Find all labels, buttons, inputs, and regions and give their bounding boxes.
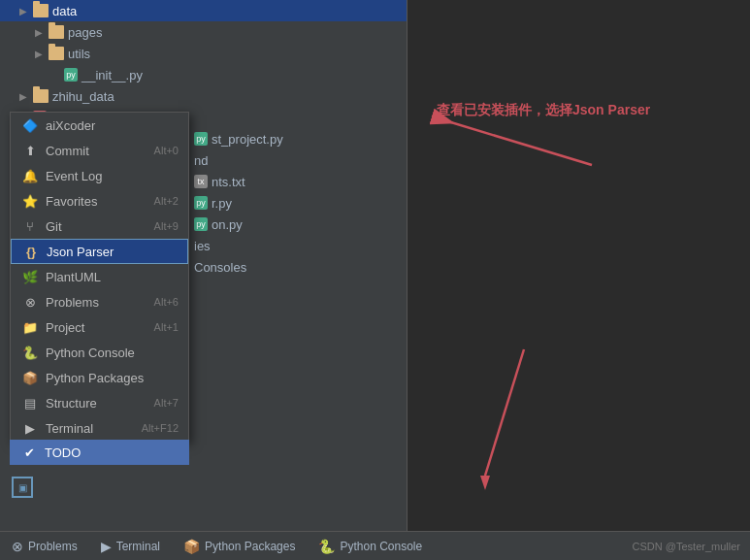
py-icon-init: py <box>64 68 78 82</box>
status-tab-python-packages[interactable]: 📦 Python Packages <box>172 532 307 560</box>
git-menu-icon: ⑂ <box>20 216 40 236</box>
menu-label-jsonparser: Json Parser <box>47 245 114 259</box>
python-console-icon: 🐍 <box>20 343 40 362</box>
favorites-icon: ⭐ <box>20 191 40 211</box>
tree-label-init: __init__.py <box>82 68 143 82</box>
tree-label-nd: nd <box>194 153 208 168</box>
menu-item-eventlog[interactable]: 🔔 Event Log <box>11 163 188 188</box>
annotation-arrows <box>408 0 750 531</box>
eventlog-icon: 🔔 <box>20 166 40 185</box>
folder-icon-pages <box>49 25 64 39</box>
tree-label-ies: ies <box>194 239 211 253</box>
tree-item-data[interactable]: ▶ data <box>0 0 407 21</box>
svg-marker-3 <box>480 476 490 490</box>
menu-item-terminal[interactable]: ▶ Terminal Alt+F12 <box>11 415 188 441</box>
git-shortcut: Alt+9 <box>154 220 179 232</box>
menu-label-git: Git <box>46 219 62 234</box>
tree-label-data: data <box>52 4 77 18</box>
menu-item-python-packages[interactable]: 📦 Python Packages <box>11 365 188 390</box>
tree-label-nts: nts.txt <box>212 175 245 189</box>
menu-label-commit: Commit <box>46 144 89 158</box>
project-shortcut: Alt+1 <box>154 321 179 333</box>
menu-label-favorites: Favorites <box>46 194 97 209</box>
todo-bar[interactable]: ✔ TODO <box>10 440 189 465</box>
menu-item-git[interactable]: ⑂ Git Alt+9 <box>11 214 188 239</box>
project-icon: 📁 <box>20 317 40 337</box>
structure-shortcut: Alt+7 <box>154 397 179 409</box>
terminal-tab-label: Terminal <box>116 540 160 553</box>
status-tab-python-console[interactable]: 🐍 Python Console <box>307 532 434 560</box>
tree-label-rpy: r.py <box>212 196 232 211</box>
menu-label-project: Project <box>46 320 84 335</box>
python-console-tab-label: Python Console <box>340 540 422 553</box>
terminal-icon: ▶ <box>20 418 40 438</box>
favorites-shortcut: Alt+2 <box>154 195 179 207</box>
expand-arrow: ▶ <box>19 6 31 16</box>
aixcoder-icon: 🔷 <box>20 115 40 135</box>
sidebar-icon: ▣ <box>18 482 27 493</box>
menu-item-project[interactable]: 📁 Project Alt+1 <box>11 314 188 340</box>
tree-item-pages[interactable]: ▶ pages <box>0 21 407 43</box>
menu-label-python-console: Python Console <box>46 346 135 360</box>
menu-item-python-console[interactable]: 🐍 Python Console <box>11 340 188 365</box>
menu-label-plantuml: PlantUML <box>46 270 101 284</box>
menu-item-commit[interactable]: ⬆ Commit Alt+0 <box>11 138 188 163</box>
terminal-shortcut: Alt+F12 <box>142 422 179 434</box>
py-icon-r: py <box>194 196 208 210</box>
menu-item-favorites[interactable]: ⭐ Favorites Alt+2 <box>11 188 188 214</box>
python-packages-tab-icon: 📦 <box>183 539 200 554</box>
menu-item-problems[interactable]: ⊗ Problems Alt+6 <box>11 289 188 314</box>
menu-label-eventlog: Event Log <box>46 169 103 183</box>
py-icon-on: py <box>194 217 208 231</box>
menu-label-problems: Problems <box>46 295 99 310</box>
menu-label-aixcoder: aiXcoder <box>46 118 95 133</box>
commit-shortcut: Alt+0 <box>154 145 179 156</box>
python-packages-tab-label: Python Packages <box>205 540 295 553</box>
annotation-text: 查看已安装插件，选择Json Parser <box>437 102 650 119</box>
main-content: 查看已安装插件，选择Json Parser <box>408 0 750 531</box>
svg-line-1 <box>432 116 592 165</box>
tree-label-zhihu: zhihu_data <box>52 89 114 104</box>
python-packages-icon: 📦 <box>20 368 40 387</box>
menu-item-aixcoder[interactable]: 🔷 aiXcoder <box>11 113 188 138</box>
expand-arrow-utils: ▶ <box>35 49 47 59</box>
file-tree: ▶ data ▶ pages ▶ utils ▶ py __init__.py … <box>0 0 408 531</box>
menu-label-structure: Structure <box>46 396 97 411</box>
expand-arrow-pages: ▶ <box>35 27 47 38</box>
expand-arrow-zhihu: ▶ <box>19 91 31 102</box>
svg-line-2 <box>485 349 524 476</box>
folder-icon-utils <box>49 47 64 60</box>
commit-icon: ⬆ <box>20 141 40 160</box>
problems-icon: ⊗ <box>20 292 40 312</box>
tree-label-pages: pages <box>68 25 102 40</box>
jsonparser-icon: {} <box>21 242 41 261</box>
tree-label-onpy: on.py <box>212 217 243 232</box>
txt-icon: tx <box>194 175 208 188</box>
menu-label-terminal: Terminal <box>46 421 93 436</box>
menu-item-plantuml[interactable]: 🌿 PlantUML <box>11 264 188 289</box>
tree-item-utils[interactable]: ▶ utils <box>0 43 407 64</box>
todo-icon: ✔ <box>19 443 39 462</box>
problems-shortcut: Alt+6 <box>154 296 179 308</box>
tree-label-test: st_project.py <box>212 132 283 147</box>
problems-tab-icon: ⊗ <box>12 539 23 554</box>
terminal-tab-icon: ▶ <box>101 539 112 554</box>
plantuml-icon: 🌿 <box>20 267 40 286</box>
status-tab-terminal[interactable]: ▶ Terminal <box>89 532 172 560</box>
toggle-sidebar-button[interactable]: ▣ <box>12 477 33 498</box>
status-tab-problems[interactable]: ⊗ Problems <box>0 532 89 560</box>
menu-item-jsonparser[interactable]: {} Json Parser <box>11 239 188 264</box>
menu-item-structure[interactable]: ▤ Structure Alt+7 <box>11 390 188 415</box>
credit-text: CSDN @Tester_muller <box>633 541 750 552</box>
py-icon-test: py <box>194 132 208 146</box>
folder-icon-data <box>33 4 49 17</box>
todo-label: TODO <box>45 445 81 460</box>
menu-label-python-packages: Python Packages <box>46 371 144 385</box>
python-console-tab-icon: 🐍 <box>318 539 335 554</box>
tree-label-utils: utils <box>68 47 90 61</box>
context-menu: 🔷 aiXcoder ⬆ Commit Alt+0 🔔 Event Log ⭐ … <box>10 112 189 442</box>
problems-tab-label: Problems <box>28 540 78 553</box>
tree-item-zhihu[interactable]: ▶ zhihu_data <box>0 85 407 107</box>
tree-item-init[interactable]: ▶ py __init__.py <box>0 64 407 85</box>
folder-icon-zhihu <box>33 89 49 103</box>
